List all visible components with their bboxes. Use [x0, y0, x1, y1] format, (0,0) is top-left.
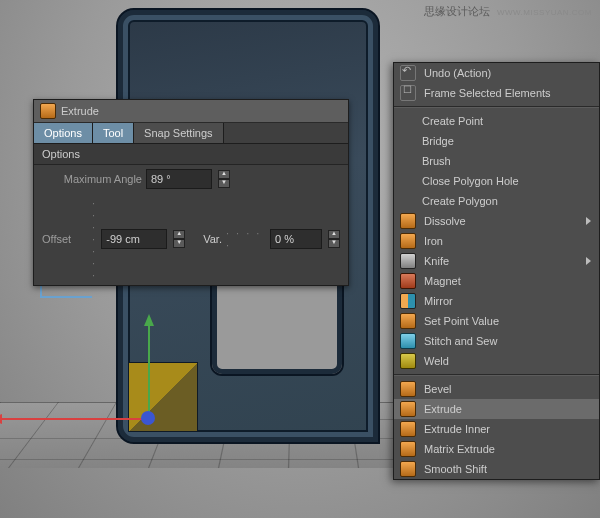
axis-x-arrow-icon[interactable]	[0, 414, 2, 424]
orange-icon	[400, 401, 416, 417]
blank-icon	[400, 114, 414, 128]
menu-item-undo-action-[interactable]: Undo (Action)	[394, 63, 599, 83]
panel-title: Extrude	[61, 105, 99, 117]
menu-item-label: Dissolve	[424, 215, 578, 227]
axis-x[interactable]	[2, 418, 148, 420]
selected-polygon[interactable]	[128, 362, 198, 432]
menu-item-label: Knife	[424, 255, 578, 267]
menu-item-dissolve[interactable]: Dissolve	[394, 211, 599, 231]
max-angle-input[interactable]	[146, 169, 212, 189]
row-offset: Offset · · · · · · · ▲▼ Var. · · · · · ▲…	[34, 193, 348, 285]
menu-item-brush[interactable]: Brush	[394, 151, 599, 171]
dots: · · · · · · ·	[92, 197, 97, 281]
extrude-icon	[40, 103, 56, 119]
menu-item-label: Extrude	[424, 403, 591, 415]
axis-y[interactable]	[148, 326, 150, 418]
menu-item-label: Magnet	[424, 275, 591, 287]
menu-item-bridge[interactable]: Bridge	[394, 131, 599, 151]
axis-z-handle[interactable]	[141, 411, 155, 425]
menu-item-label: Create Polygon	[422, 195, 591, 207]
knife-icon	[400, 253, 416, 269]
max-angle-spinner[interactable]: ▲▼	[218, 170, 230, 188]
watermark-main: 思缘设计论坛	[424, 5, 490, 17]
orange-icon	[400, 421, 416, 437]
orange-icon	[400, 313, 416, 329]
row-maximum-angle: Maximum Angle ▲▼	[34, 165, 348, 193]
orange-icon	[400, 381, 416, 397]
menu-item-label: Brush	[422, 155, 591, 167]
yellow-icon	[400, 353, 416, 369]
tab-options[interactable]: Options	[34, 123, 93, 143]
menu-separator	[394, 106, 599, 108]
blank-icon	[400, 194, 414, 208]
submenu-arrow-icon	[586, 217, 591, 225]
var-input[interactable]	[270, 229, 322, 249]
mirror-icon	[400, 293, 416, 309]
menu-item-weld[interactable]: Weld	[394, 351, 599, 371]
dots: · · · · ·	[226, 227, 266, 251]
menu-item-create-polygon[interactable]: Create Polygon	[394, 191, 599, 211]
menu-item-label: Bevel	[424, 383, 591, 395]
cyan-icon	[400, 333, 416, 349]
menu-separator	[394, 374, 599, 376]
orange-icon	[400, 213, 416, 229]
context-menu[interactable]: Undo (Action)Frame Selected ElementsCrea…	[393, 62, 600, 480]
menu-item-label: Close Polygon Hole	[422, 175, 591, 187]
options-header: Options	[34, 144, 348, 165]
menu-item-label: Mirror	[424, 295, 591, 307]
panel-titlebar[interactable]: Extrude	[34, 100, 348, 123]
undo-icon	[400, 65, 416, 81]
extrude-panel[interactable]: Extrude Options Tool Snap Settings Optio…	[33, 99, 349, 286]
menu-item-extrude[interactable]: Extrude	[394, 399, 599, 419]
blank-icon	[400, 174, 414, 188]
axis-y-arrow-icon[interactable]	[144, 314, 154, 326]
menu-item-label: Bridge	[422, 135, 591, 147]
orange-icon	[400, 233, 416, 249]
var-spinner[interactable]: ▲▼	[328, 230, 340, 248]
blank-icon	[400, 134, 414, 148]
menu-item-set-point-value[interactable]: Set Point Value	[394, 311, 599, 331]
menu-item-label: Weld	[424, 355, 591, 367]
menu-item-label: Stitch and Sew	[424, 335, 591, 347]
tab-tool[interactable]: Tool	[93, 123, 134, 143]
menu-item-extrude-inner[interactable]: Extrude Inner	[394, 419, 599, 439]
submenu-arrow-icon	[586, 257, 591, 265]
orange-icon	[400, 441, 416, 457]
panel-tabs: Options Tool Snap Settings	[34, 123, 348, 144]
menu-item-create-point[interactable]: Create Point	[394, 111, 599, 131]
frame-icon	[400, 85, 416, 101]
menu-item-magnet[interactable]: Magnet	[394, 271, 599, 291]
menu-item-label: Frame Selected Elements	[424, 87, 591, 99]
watermark-sub: WWW.MISSYUAN.COM	[497, 8, 592, 17]
menu-item-stitch-and-sew[interactable]: Stitch and Sew	[394, 331, 599, 351]
tab-snap-settings[interactable]: Snap Settings	[134, 123, 224, 143]
var-label: Var.	[203, 233, 222, 245]
orange-icon	[400, 461, 416, 477]
max-angle-label: Maximum Angle	[42, 173, 142, 185]
menu-item-label: Matrix Extrude	[424, 443, 591, 455]
menu-item-frame-selected-elements[interactable]: Frame Selected Elements	[394, 83, 599, 103]
menu-item-label: Smooth Shift	[424, 463, 591, 475]
menu-item-label: Iron	[424, 235, 591, 247]
menu-item-label: Create Point	[422, 115, 591, 127]
menu-item-close-polygon-hole[interactable]: Close Polygon Hole	[394, 171, 599, 191]
menu-item-smooth-shift[interactable]: Smooth Shift	[394, 459, 599, 479]
menu-item-iron[interactable]: Iron	[394, 231, 599, 251]
red-icon	[400, 273, 416, 289]
blank-icon	[400, 154, 414, 168]
menu-item-label: Undo (Action)	[424, 67, 591, 79]
menu-item-matrix-extrude[interactable]: Matrix Extrude	[394, 439, 599, 459]
watermark: 思缘设计论坛 WWW.MISSYUAN.COM	[424, 4, 592, 19]
menu-item-label: Set Point Value	[424, 315, 591, 327]
offset-label: Offset	[42, 233, 88, 245]
menu-item-mirror[interactable]: Mirror	[394, 291, 599, 311]
menu-item-bevel[interactable]: Bevel	[394, 379, 599, 399]
offset-spinner[interactable]: ▲▼	[173, 230, 185, 248]
offset-input[interactable]	[101, 229, 167, 249]
menu-item-label: Extrude Inner	[424, 423, 591, 435]
menu-item-knife[interactable]: Knife	[394, 251, 599, 271]
